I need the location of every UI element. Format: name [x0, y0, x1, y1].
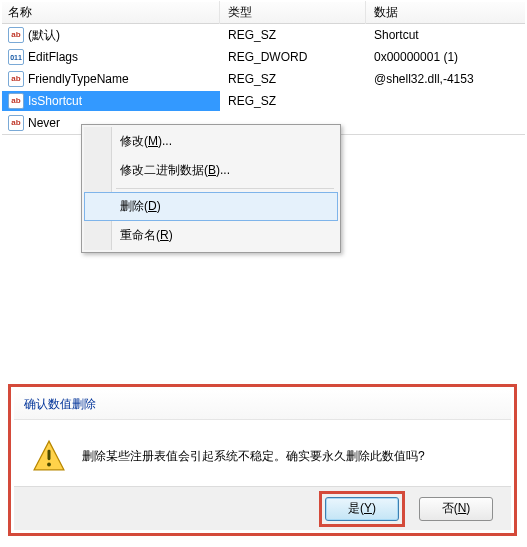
dialog-title: 确认数值删除 — [14, 390, 511, 420]
column-header-row: 名称 类型 数据 — [2, 2, 525, 24]
svg-point-2 — [47, 463, 51, 467]
value-type-cell: REG_SZ — [220, 26, 366, 44]
menu-item-delete[interactable]: 删除(D) — [84, 192, 338, 221]
reg-binary-icon — [8, 49, 24, 65]
value-rows-container: (默认)REG_SZShortcutEditFlagsREG_DWORD0x00… — [2, 24, 525, 134]
confirm-dialog-highlight-frame: 确认数值删除 删除某些注册表值会引起系统不稳定。确实要永久删除此数值吗? 是(Y… — [8, 384, 517, 536]
dialog-button-bar: 是(Y) 否(N) — [14, 486, 511, 530]
dialog-message: 删除某些注册表值会引起系统不稳定。确实要永久删除此数值吗? — [82, 447, 425, 465]
confirm-dialog: 确认数值删除 删除某些注册表值会引起系统不稳定。确实要永久删除此数值吗? 是(Y… — [14, 390, 511, 530]
value-name-label: EditFlags — [28, 50, 78, 64]
value-name-label: Never — [28, 116, 60, 130]
value-name-cell: EditFlags — [2, 47, 220, 67]
menu-label: 修改(M)... — [120, 134, 172, 148]
menu-label: 重命名(R) — [120, 228, 173, 242]
value-name-label: (默认) — [28, 27, 60, 44]
reg-string-icon — [8, 71, 24, 87]
value-row[interactable]: IsShortcutREG_SZ — [2, 90, 525, 112]
reg-string-icon — [8, 93, 24, 109]
yes-button-highlight: 是(Y) — [319, 491, 405, 527]
value-row[interactable]: FriendlyTypeNameREG_SZ@shell32.dll,-4153 — [2, 68, 525, 90]
menu-item-rename[interactable]: 重命名(R) — [84, 221, 338, 250]
yes-button[interactable]: 是(Y) — [325, 497, 399, 521]
value-row[interactable]: EditFlagsREG_DWORD0x00000001 (1) — [2, 46, 525, 68]
value-data-cell — [366, 99, 525, 103]
registry-list: 名称 类型 数据 (默认)REG_SZShortcutEditFlagsREG_… — [2, 2, 525, 135]
value-type-cell: REG_SZ — [220, 70, 366, 88]
dialog-body: 删除某些注册表值会引起系统不稳定。确实要永久删除此数值吗? — [14, 420, 511, 486]
column-header-name[interactable]: 名称 — [2, 1, 220, 24]
reg-string-icon — [8, 115, 24, 131]
context-menu-separator — [116, 188, 334, 189]
value-type-cell: REG_SZ — [220, 92, 366, 110]
menu-item-modify-binary[interactable]: 修改二进制数据(B)... — [84, 156, 338, 185]
value-type-cell: REG_DWORD — [220, 48, 366, 66]
value-name-cell: (默认) — [2, 25, 220, 46]
value-name-cell: IsShortcut — [2, 91, 220, 111]
column-header-type[interactable]: 类型 — [220, 1, 366, 24]
value-name-label: IsShortcut — [28, 94, 82, 108]
value-name-cell: FriendlyTypeName — [2, 69, 220, 89]
value-data-cell: 0x00000001 (1) — [366, 48, 525, 66]
value-row[interactable]: (默认)REG_SZShortcut — [2, 24, 525, 46]
button-label: 否(N) — [442, 500, 471, 517]
reg-string-icon — [8, 27, 24, 43]
no-button[interactable]: 否(N) — [419, 497, 493, 521]
warning-icon — [32, 439, 66, 473]
value-data-cell: Shortcut — [366, 26, 525, 44]
value-data-cell: @shell32.dll,-4153 — [366, 70, 525, 88]
button-label: 是(Y) — [348, 500, 376, 517]
value-name-label: FriendlyTypeName — [28, 72, 129, 86]
menu-label: 修改二进制数据(B)... — [120, 163, 230, 177]
menu-label: 删除(D) — [120, 199, 161, 213]
menu-item-modify[interactable]: 修改(M)... — [84, 127, 338, 156]
column-header-data[interactable]: 数据 — [366, 1, 525, 24]
context-menu: 修改(M)... 修改二进制数据(B)... 删除(D) 重命名(R) — [81, 124, 341, 253]
value-data-cell — [366, 121, 525, 125]
svg-rect-1 — [48, 450, 51, 461]
